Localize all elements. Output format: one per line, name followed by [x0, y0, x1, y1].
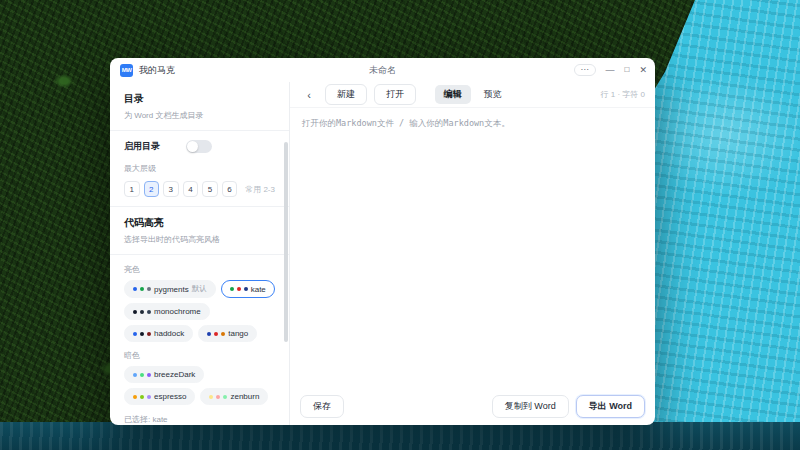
wallpaper-water-strip: [0, 422, 800, 450]
new-file-button[interactable]: 新建: [325, 84, 367, 105]
export-word-button[interactable]: 导出 Word: [576, 395, 645, 418]
editor-footer: 保存 复制到 Word 导出 Word: [290, 393, 655, 425]
theme-color-dot: [147, 332, 151, 336]
divider: [110, 254, 289, 255]
theme-color-dot: [244, 287, 248, 291]
theme-chip-label: espresso: [154, 392, 186, 401]
app-window: MW 我的马克 未命名 ⋯ — □ ✕ 目录 为 Word 文档生成目录 启用目…: [110, 58, 655, 425]
theme-chip-label: zenburn: [230, 392, 259, 401]
editor-pane: ‹ 新建 打开 编辑 预览 行 1 · 字符 0 打开你的Markdown文件 …: [290, 82, 655, 425]
divider: [110, 206, 289, 207]
toc-section-title: 目录: [124, 92, 275, 106]
theme-color-dot: [140, 395, 144, 399]
theme-color-dot: [237, 287, 241, 291]
enable-toc-label: 启用目录: [124, 140, 160, 153]
theme-chip-label: kate: [251, 285, 266, 294]
app-icon: MW: [120, 64, 133, 77]
theme-color-dot: [216, 395, 220, 399]
close-icon[interactable]: ✕: [639, 66, 647, 75]
toc-level-button-6[interactable]: 6: [222, 181, 238, 197]
theme-chip-label: haddock: [154, 329, 184, 338]
light-themes-label: 亮色: [124, 264, 275, 275]
theme-chip-label: monochrome: [154, 307, 201, 316]
tab-preview[interactable]: 预览: [475, 85, 511, 104]
theme-chip-zenburn[interactable]: zenburn: [200, 388, 268, 405]
toc-section-subtitle: 为 Word 文档生成目录: [124, 110, 275, 121]
window-body: 目录 为 Word 文档生成目录 启用目录 最大层级 123456常用 2-3 …: [110, 82, 655, 425]
editor-toolbar: ‹ 新建 打开 编辑 预览 行 1 · 字符 0: [290, 82, 655, 108]
theme-chip-label: breezeDark: [154, 370, 195, 379]
theme-color-dot: [147, 395, 151, 399]
enable-toc-toggle[interactable]: [186, 140, 212, 153]
theme-color-dot: [140, 373, 144, 377]
theme-color-dot: [223, 395, 227, 399]
toc-level-button-4[interactable]: 4: [183, 181, 199, 197]
theme-color-dot: [147, 373, 151, 377]
theme-color-dot: [221, 332, 225, 336]
theme-color-dot: [147, 310, 151, 314]
cursor-status: 行 1 · 字符 0: [601, 89, 645, 100]
more-menu-icon[interactable]: ⋯: [574, 64, 596, 76]
tab-edit[interactable]: 编辑: [435, 85, 471, 104]
theme-chip-kate[interactable]: kate: [221, 280, 275, 298]
maximize-icon[interactable]: □: [625, 66, 630, 74]
view-tabs: 编辑 预览: [435, 85, 511, 104]
theme-color-dot: [140, 310, 144, 314]
theme-color-dot: [147, 287, 151, 291]
theme-color-dot: [207, 332, 211, 336]
toggle-knob: [187, 141, 198, 152]
dark-theme-chips: breezeDark espresso zenburn: [124, 366, 275, 405]
theme-color-dot: [133, 395, 137, 399]
theme-chip-breezeDark[interactable]: breezeDark: [124, 366, 204, 383]
theme-color-dot: [133, 332, 137, 336]
max-level-buttons: 123456常用 2-3: [124, 181, 275, 197]
footer-actions: 复制到 Word 导出 Word: [492, 395, 645, 418]
theme-color-dot: [140, 332, 144, 336]
theme-chip-tango[interactable]: tango: [198, 325, 257, 342]
minimize-icon[interactable]: —: [606, 66, 615, 75]
toc-level-button-2[interactable]: 2: [144, 181, 160, 197]
selected-theme-text: 已选择: kate: [124, 414, 275, 425]
settings-sidebar: 目录 为 Word 文档生成目录 启用目录 最大层级 123456常用 2-3 …: [110, 82, 290, 425]
max-level-label: 最大层级: [124, 163, 275, 174]
highlight-section-subtitle: 选择导出时的代码高亮风格: [124, 234, 275, 245]
sidebar-scrollbar[interactable]: [284, 142, 288, 342]
theme-chip-monochrome[interactable]: monochrome: [124, 303, 210, 320]
theme-chip-haddock[interactable]: haddock: [124, 325, 193, 342]
theme-chip-pygments[interactable]: pygments 默认: [124, 280, 216, 298]
toc-level-button-5[interactable]: 5: [202, 181, 218, 197]
toc-level-button-3[interactable]: 3: [163, 181, 179, 197]
theme-default-badge: 默认: [192, 284, 207, 294]
app-title: 我的马克: [139, 64, 175, 77]
theme-color-dot: [133, 287, 137, 291]
divider: [110, 130, 289, 131]
theme-color-dot: [230, 287, 234, 291]
back-button[interactable]: ‹: [300, 86, 318, 104]
save-button[interactable]: 保存: [300, 395, 344, 418]
titlebar[interactable]: MW 我的马克 未命名 ⋯ — □ ✕: [110, 58, 655, 82]
theme-color-dot: [209, 395, 213, 399]
theme-color-dot: [133, 373, 137, 377]
theme-color-dot: [214, 332, 218, 336]
theme-chip-label: tango: [228, 329, 248, 338]
level-hint: 常用 2-3: [245, 184, 275, 195]
copy-to-word-button[interactable]: 复制到 Word: [492, 395, 569, 418]
markdown-edit-area[interactable]: 打开你的Markdown文件 / 输入你的Markdown文本。: [290, 108, 655, 393]
editor-placeholder: 打开你的Markdown文件 / 输入你的Markdown文本。: [302, 118, 510, 130]
theme-color-dot: [133, 310, 137, 314]
light-theme-chips: pygments 默认 kate monochrome haddock tang…: [124, 280, 275, 342]
toc-level-button-1[interactable]: 1: [124, 181, 140, 197]
theme-color-dot: [140, 287, 144, 291]
theme-chip-espresso[interactable]: espresso: [124, 388, 195, 405]
desktop: MW 我的马克 未命名 ⋯ — □ ✕ 目录 为 Word 文档生成目录 启用目…: [0, 0, 800, 450]
theme-chip-label: pygments: [154, 285, 189, 294]
open-file-button[interactable]: 打开: [374, 84, 416, 105]
dark-themes-label: 暗色: [124, 350, 275, 361]
window-controls: ⋯ — □ ✕: [574, 64, 647, 76]
highlight-section-title: 代码高亮: [124, 216, 275, 230]
